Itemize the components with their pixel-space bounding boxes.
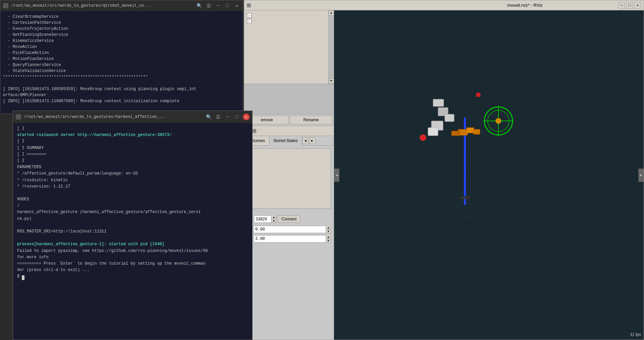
num2-input[interactable]: 2.00 ▲ ▼ xyxy=(254,235,331,243)
terminal-1-line: - GetPlanningSceneService xyxy=(3,32,240,38)
port-spinner-down[interactable]: ▼ xyxy=(271,219,276,223)
panel-action-buttons: emove Rename xyxy=(244,114,334,126)
checkbox-1[interactable] xyxy=(247,13,252,18)
checkbox-2[interactable] xyxy=(247,19,252,24)
svg-rect-15 xyxy=(460,196,470,199)
rviz-body: ▲ ▼ emove Rename ✕ d Scenes xyxy=(244,10,644,340)
3d-scene-svg xyxy=(334,10,644,340)
rviz-window: moveit.rviz* - RViz ─ □ ✕ xyxy=(244,0,644,340)
t2-line: der (press ctrl-d to exit) ... xyxy=(17,267,248,273)
t2-line: * /affective_gesture/default_param/langu… xyxy=(17,171,248,177)
t2-cursor-line: $ xyxy=(17,273,248,280)
terminal-2-title: /root/ws_moveit/src/words_to_gestures/ha… xyxy=(24,115,203,119)
scrollbar-track[interactable] xyxy=(329,16,334,78)
terminal-1-line: [ INFO] [1615081473.109395359]: MoveGrou… xyxy=(3,86,240,92)
terminal-1-line: - MotionPlanService xyxy=(3,56,240,62)
tab-stored-states[interactable]: Stored States xyxy=(269,136,302,146)
rename-button[interactable]: Rename xyxy=(290,116,333,124)
terminal-2: /root/ws_moveit/src/words_to_gestures/ha… xyxy=(13,111,253,340)
terminal-2-icon xyxy=(16,114,21,120)
terminal-2-content: [ I started roslaunch server http://harm… xyxy=(13,123,252,340)
svg-point-30 xyxy=(496,118,501,124)
t2-line: started roslaunch server http://harmoni_… xyxy=(17,132,248,138)
num1-right-down[interactable]: ▼ xyxy=(326,229,331,233)
checkbox-row-2 xyxy=(247,19,331,24)
t2-line: / xyxy=(17,203,248,209)
num1-right-up[interactable]: ▲ xyxy=(326,226,331,229)
t2-line: PARAMETERS xyxy=(17,164,248,171)
num2-right-down[interactable]: ▼ xyxy=(326,239,331,243)
rviz-maximize-btn[interactable]: □ xyxy=(626,2,633,9)
svg-rect-19 xyxy=(428,128,438,136)
checkbox-row-1 xyxy=(247,13,331,18)
port-spinner[interactable]: ▲ ▼ xyxy=(271,215,276,223)
fps-counter: 31 fps xyxy=(630,332,641,337)
terminal-2-search-btn[interactable]: 🔍 xyxy=(205,114,212,120)
terminal-1-line: - ClearOctomapService xyxy=(3,14,240,20)
num1-right-spinner[interactable]: ▲ ▼ xyxy=(326,226,331,233)
terminal-1-line: - StateValidationService xyxy=(3,68,240,74)
t2-line: * /rosdistro: kinetic xyxy=(17,177,248,184)
terminal-1-close-btn[interactable]: ✕ xyxy=(233,2,240,9)
panel-scrollbar[interactable]: ▲ ▼ xyxy=(328,10,334,84)
terminal-1-search-btn[interactable]: 🔍 xyxy=(196,2,203,9)
svg-point-31 xyxy=(476,92,481,97)
terminal-1-titlebar: /root/ws_moveit/src/words_to_gestures/qt… xyxy=(0,0,243,11)
num2-right-up[interactable]: ▲ xyxy=(326,235,331,239)
t2-line xyxy=(17,190,248,196)
t2-line: NODES xyxy=(17,196,248,203)
t2-line: [ I SUMMARY xyxy=(17,145,248,151)
t2-line: harmoni_affective_gesture (harmoni_affec… xyxy=(17,209,248,215)
terminal-1-maximize-btn[interactable]: □ xyxy=(224,2,231,9)
terminal-2-menu-btn[interactable]: ☰ xyxy=(215,114,221,120)
rviz-titlebar: moveit.rviz* - RViz ─ □ ✕ xyxy=(244,0,644,10)
panel-expand-btn[interactable]: ▶ xyxy=(638,168,644,182)
svg-rect-23 xyxy=(451,131,460,136)
terminal-cursor xyxy=(22,275,24,280)
panel-display-area: ▲ ▼ xyxy=(244,10,334,84)
terminal-2-maximize-btn[interactable]: □ xyxy=(233,114,240,120)
svg-rect-20 xyxy=(445,114,454,122)
panel-collapse-btn[interactable]: ◀ xyxy=(334,168,339,182)
t2-line: [ I xyxy=(17,126,248,132)
terminal-1-line xyxy=(3,80,240,86)
num2-right-spinner[interactable]: ▲ ▼ xyxy=(326,235,331,243)
moveit-panel: ✕ d Scenes Stored States ◀ ▶ ort: xyxy=(244,126,334,340)
moveit-icon xyxy=(252,129,256,133)
port-spinner-up[interactable]: ▲ xyxy=(271,215,276,219)
t2-line: [ I xyxy=(17,158,248,164)
rviz-icon xyxy=(247,3,251,7)
panel-content xyxy=(244,146,334,214)
terminal-1-line: - PickPlaceAction xyxy=(3,50,240,56)
num2-value: 2.00 xyxy=(254,236,326,241)
terminal-1-line: - KinematicsService xyxy=(3,38,240,44)
moveit-titlebar: ✕ xyxy=(244,126,334,136)
checkbox-area xyxy=(244,10,334,28)
terminal-1-line: - MoveAction xyxy=(3,44,240,50)
moveit-tabs: d Scenes Stored States ◀ ▶ xyxy=(244,136,334,146)
terminal-2-titlebar: /root/ws_moveit/src/words_to_gestures/ha… xyxy=(13,111,252,123)
rviz-minimize-btn[interactable]: ─ xyxy=(618,2,625,9)
number-fields: ▲ ▼ 0.00 ▲ ▼ ▲ xyxy=(244,224,334,246)
connect-button[interactable]: Connect xyxy=(278,215,300,223)
t2-line: ========== Press `Enter` to begin the tu… xyxy=(17,261,248,267)
tab-next-btn[interactable]: ▶ xyxy=(309,137,316,144)
rviz-title: moveit.rviz* - RViz xyxy=(432,3,618,8)
terminal-1-line: [ INFO] [1615081473.110007000]: MoveGrou… xyxy=(3,98,240,104)
rviz-close-btn[interactable]: ✕ xyxy=(634,2,641,9)
terminal-2-close-btn[interactable]: ✕ xyxy=(243,114,250,120)
states-content-box xyxy=(247,148,331,209)
connection-area: ort: 33829 ▲ ▼ Connect xyxy=(244,214,334,224)
rviz-left-panel: ▲ ▼ emove Rename ✕ d Scenes xyxy=(244,10,334,340)
terminal-2-minimize-btn[interactable]: ─ xyxy=(224,114,231,120)
port-input-field[interactable]: 33829 ▲ ▼ xyxy=(254,215,276,223)
scrollbar-up-btn[interactable]: ▲ xyxy=(329,10,334,16)
terminal-1-menu-btn[interactable]: ☰ xyxy=(205,2,212,9)
tab-prev-btn[interactable]: ◀ xyxy=(302,137,309,144)
t2-line: ce.py) xyxy=(17,216,248,222)
scrollbar-down-btn[interactable]: ▼ xyxy=(329,78,334,84)
num1-input[interactable]: 0.00 ▲ ▼ xyxy=(254,226,331,233)
terminal-1-content: - ClearOctomapService - CartesianPathSer… xyxy=(0,11,243,107)
rviz-3d-viewport[interactable]: ◀ ▶ xyxy=(334,10,644,340)
terminal-1-minimize-btn[interactable]: ─ xyxy=(215,2,221,9)
